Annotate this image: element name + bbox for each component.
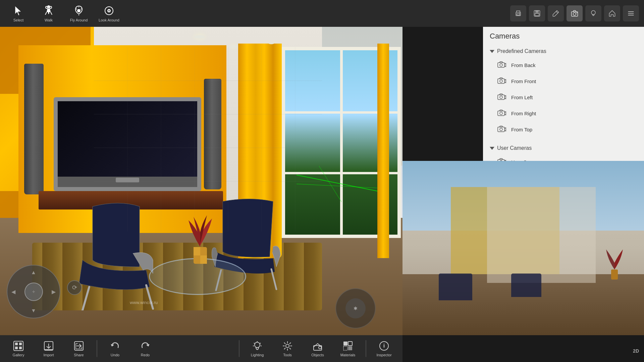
svg-line-9 (319, 166, 341, 202)
camera-from-back-label: From Back (511, 62, 536, 68)
svg-rect-47 (343, 346, 347, 350)
strafe-button[interactable]: ⟳ (67, 280, 82, 295)
right-thumbnail (402, 161, 644, 335)
ceiling-light-1 (195, 35, 205, 39)
share-button[interactable]: Share (64, 337, 94, 361)
look-rotate-icon: ✱ (354, 306, 358, 311)
materials-button[interactable]: Materials (333, 337, 363, 361)
camera-from-front[interactable]: From Front (486, 73, 641, 89)
camera-button[interactable] (567, 5, 583, 21)
inspector-button[interactable]: i Inspector (369, 337, 399, 361)
camera-from-front-icon (496, 76, 507, 86)
predefined-cameras-triangle (490, 50, 494, 53)
svg-rect-48 (348, 346, 352, 350)
svg-point-74 (500, 128, 502, 131)
joystick-outer-ring[interactable]: ▲ ▼ ◀ ▶ ✛ (7, 265, 60, 318)
window-divider-v (340, 50, 343, 235)
svg-rect-27 (14, 341, 23, 351)
gallery-button[interactable]: Gallery (3, 337, 34, 361)
svg-rect-77 (611, 269, 618, 280)
print-button[interactable] (510, 5, 526, 21)
cameras-panel-title: Cameras (486, 32, 641, 41)
svg-rect-30 (15, 347, 18, 349)
svg-line-57 (556, 11, 558, 13)
thumbnail-room (402, 161, 644, 335)
toolbar-separator-1 (97, 340, 97, 357)
joystick-left-arrow: ◀ (11, 289, 15, 295)
look-rotate-control[interactable]: ✱ (335, 288, 376, 328)
svg-point-44 (319, 346, 321, 349)
look-around-tool[interactable]: Look Around (94, 1, 124, 26)
tools-button[interactable]: Tools (272, 337, 303, 361)
camera-from-left-label: From Left (511, 95, 533, 100)
svg-rect-52 (517, 14, 520, 15)
camera-from-right-label: From Right (511, 111, 536, 116)
camera-from-top[interactable]: From Top (486, 121, 641, 137)
curtain-right (377, 44, 389, 258)
svg-point-72 (500, 112, 502, 115)
svg-point-1 (46, 6, 48, 8)
svg-point-59 (573, 12, 576, 15)
svg-rect-65 (498, 63, 504, 67)
objects-button[interactable]: Objects (303, 337, 333, 361)
camera-from-back[interactable]: From Back (486, 57, 641, 73)
svg-rect-16 (200, 255, 207, 264)
joystick-center-icon: ✛ (32, 290, 35, 294)
svg-rect-28 (15, 343, 18, 345)
navigation-joystick[interactable]: ▲ ▼ ◀ ▶ ✛ (7, 265, 67, 325)
walk-tool[interactable]: Walk (34, 1, 64, 26)
svg-rect-71 (498, 111, 504, 116)
import-button[interactable]: Import (34, 337, 64, 361)
predefined-cameras-header[interactable]: Predefined Cameras (486, 46, 641, 57)
svg-point-68 (500, 80, 502, 82)
svg-point-6 (108, 10, 110, 11)
toolbar-separator-3 (366, 340, 366, 357)
toolbar-separator-2 (239, 340, 239, 357)
list-button[interactable] (623, 5, 639, 21)
svg-rect-56 (535, 13, 539, 16)
svg-point-61 (591, 10, 595, 14)
camera-from-right-icon (496, 108, 507, 119)
svg-point-60 (577, 12, 578, 13)
svg-text:i: i (383, 343, 385, 349)
viewport[interactable]: ▲ ▼ ◀ ▶ ✛ ⟳ ✱ (0, 27, 402, 335)
svg-point-66 (500, 64, 502, 66)
camera-from-right[interactable]: From Right (486, 105, 641, 121)
svg-rect-73 (498, 127, 504, 132)
camera-from-front-label: From Front (511, 78, 536, 84)
room-scene: ▲ ▼ ◀ ▶ ✛ ⟳ ✱ (0, 27, 402, 335)
redo-button[interactable]: Redo (130, 337, 160, 361)
look-rotate-inner[interactable]: ✱ (345, 298, 366, 318)
pencil-button[interactable] (548, 5, 564, 21)
camera-from-top-label: From Top (511, 127, 532, 132)
save-button[interactable] (529, 5, 545, 21)
svg-point-2 (50, 6, 52, 8)
svg-rect-29 (19, 343, 22, 345)
svg-rect-69 (498, 95, 504, 100)
top-toolbar: Select Walk Fly Around Look Around (0, 0, 402, 27)
fly-around-tool[interactable]: Fly Around (64, 1, 94, 26)
user-cameras-triangle (490, 147, 494, 150)
joystick-right-arrow: ▶ (52, 289, 56, 295)
view-2d-button[interactable]: 2D (633, 348, 639, 354)
svg-rect-55 (535, 10, 539, 13)
user-cameras-title: User Cameras (497, 145, 532, 151)
lightbulb-button[interactable] (585, 5, 601, 21)
joystick-center[interactable]: ✛ (24, 283, 43, 301)
undo-button[interactable]: Undo (100, 337, 130, 361)
ceiling-light-2 (230, 45, 237, 48)
svg-rect-31 (19, 347, 22, 349)
wall-texture (94, 27, 322, 252)
svg-line-40 (254, 343, 255, 344)
thumbnail-chair-1 (439, 274, 472, 300)
svg-rect-46 (348, 342, 352, 346)
camera-from-left[interactable]: From Left (486, 89, 641, 105)
user-cameras-header[interactable]: User Cameras (486, 142, 641, 154)
svg-point-70 (500, 96, 502, 99)
home-button[interactable] (604, 5, 620, 21)
lighting-button[interactable]: Lighting (242, 337, 272, 361)
ceiling-light-3 (268, 42, 274, 44)
joystick-down-arrow: ▼ (31, 308, 36, 314)
select-tool[interactable]: Select (3, 1, 34, 26)
svg-point-36 (255, 342, 260, 348)
